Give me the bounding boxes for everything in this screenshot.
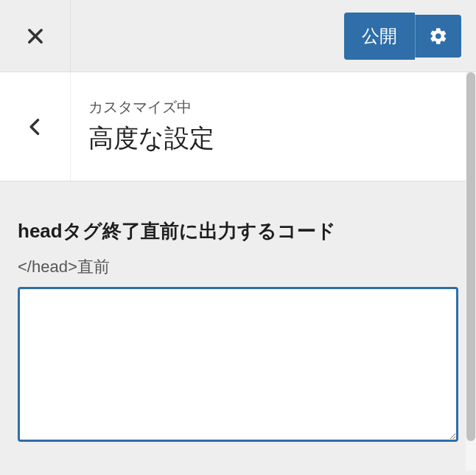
breadcrumb: カスタマイズ中: [88, 97, 476, 117]
close-icon: [25, 26, 46, 46]
chevron-left-icon: [25, 117, 46, 137]
section-titles: カスタマイズ中 高度な設定: [71, 72, 476, 181]
topbar-actions: 公開: [71, 0, 476, 72]
publish-button[interactable]: 公開: [344, 13, 415, 60]
section-title: 高度な設定: [88, 122, 476, 156]
field-title: headタグ終了直前に出力するコード: [18, 218, 458, 244]
scrollbar-track[interactable]: [466, 72, 476, 471]
scrollbar-thumb[interactable]: [466, 72, 475, 441]
content: headタグ終了直前に出力するコード </head>直前: [0, 181, 476, 462]
settings-button[interactable]: [415, 15, 461, 58]
back-button[interactable]: [0, 72, 71, 181]
gear-icon: [429, 27, 448, 46]
topbar: 公開: [0, 0, 476, 72]
head-code-textarea[interactable]: [18, 287, 458, 442]
field-description: </head>直前: [18, 256, 458, 278]
section-header: カスタマイズ中 高度な設定: [0, 72, 476, 181]
close-button[interactable]: [0, 0, 71, 72]
